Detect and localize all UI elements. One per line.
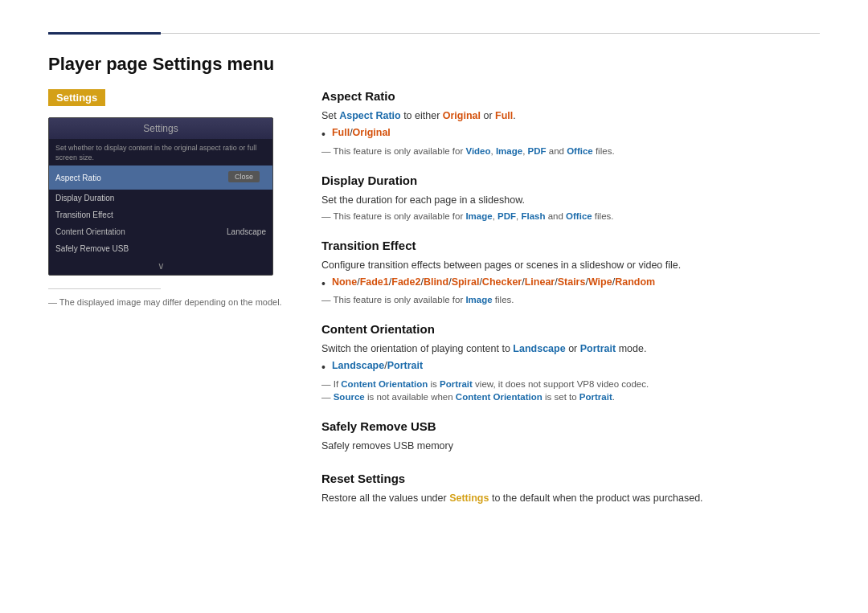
section-aspect-ratio: Aspect Ratio Set Aspect Ratio to either …	[321, 89, 820, 156]
section-display-duration: Display Duration Set the duration for ea…	[321, 174, 820, 221]
screenshot-menu-item-safely-remove-usb[interactable]: Safely Remove USB	[49, 240, 272, 257]
left-divider	[48, 288, 161, 289]
top-rule-left	[48, 32, 161, 35]
section-body-display-duration: Set the duration for each page in a slid…	[321, 192, 820, 208]
section-transition-effect: Transition Effect Configure transition e…	[321, 239, 820, 305]
display-duration-note: This feature is only available for Image…	[321, 211, 820, 221]
screenshot-header: Settings	[49, 118, 272, 139]
screenshot-menu-item-display-duration[interactable]: Display Duration	[49, 190, 272, 206]
section-safely-remove-usb: Safely Remove USB Safely removes USB mem…	[321, 419, 820, 454]
section-title-safely-remove-usb: Safely Remove USB	[321, 419, 820, 433]
screenshot-menu-item-content-orientation[interactable]: Content Orientation Landscape	[49, 223, 272, 240]
screenshot-close-button[interactable]: Close	[228, 171, 260, 182]
screenshot-chevron: ∨	[49, 257, 272, 275]
section-content-orientation: Content Orientation Switch the orientati…	[321, 322, 820, 402]
section-title-transition-effect: Transition Effect	[321, 239, 820, 252]
right-column: Aspect Ratio Set Aspect Ratio to either …	[321, 89, 820, 524]
section-title-display-duration: Display Duration	[321, 174, 820, 187]
top-rule-right	[161, 33, 820, 34]
settings-badge: Settings	[48, 89, 105, 106]
section-title-content-orientation: Content Orientation	[321, 322, 820, 336]
section-body-aspect-ratio: Set Aspect Ratio to either Original or F…	[321, 108, 820, 124]
settings-screenshot: Settings Set whether to display content …	[48, 117, 273, 276]
left-note: The displayed image may differ depending…	[48, 297, 289, 307]
aspect-ratio-note: This feature is only available for Video…	[321, 146, 820, 156]
transition-effect-note: This feature is only available for Image…	[321, 295, 820, 304]
section-body-safely-remove-usb: Safely removes USB memory	[321, 438, 820, 454]
screenshot-description: Set whether to display content in the or…	[49, 139, 272, 166]
section-body-reset-settings: Restore all the values under Settings to…	[321, 490, 820, 506]
section-body-content-orientation: Switch the orientation of playing conten…	[321, 341, 820, 357]
aspect-ratio-bullet: Full / Original	[321, 127, 820, 143]
top-rule-container	[48, 32, 820, 35]
section-title-aspect-ratio: Aspect Ratio	[321, 89, 820, 103]
section-title-reset-settings: Reset Settings	[321, 472, 820, 485]
content-orientation-note-2: Source is not available when Content Ori…	[321, 392, 820, 402]
screenshot-menu-item-aspect-ratio[interactable]: Aspect Ratio Close	[49, 166, 272, 190]
left-column: Settings Settings Set whether to display…	[48, 89, 289, 524]
section-reset-settings: Reset Settings Restore all the values un…	[321, 472, 820, 506]
screenshot-menu-item-transition-effect[interactable]: Transition Effect	[49, 206, 272, 223]
page-title: Player page Settings menu	[48, 54, 820, 75]
content-layout: Settings Settings Set whether to display…	[48, 89, 820, 524]
transition-effect-bullet: None / Fade1 / Fade2 / Blind / Spiral / …	[321, 276, 820, 292]
content-orientation-note-1: If Content Orientation is Portrait view,…	[321, 379, 820, 389]
section-body-transition-effect: Configure transition effects between pag…	[321, 257, 820, 273]
content-orientation-bullet: Landscape / Portrait	[321, 360, 820, 376]
